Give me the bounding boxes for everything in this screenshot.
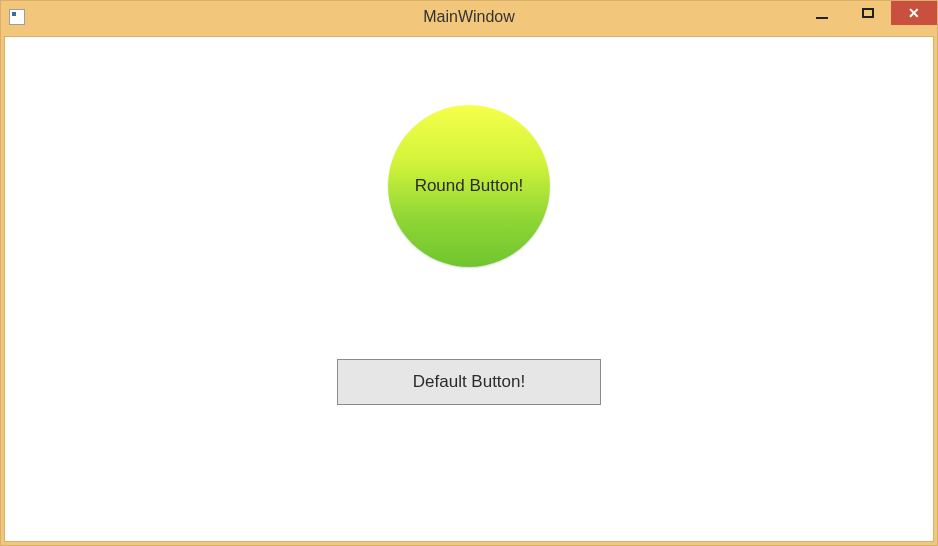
close-button[interactable]: ✕ (891, 1, 937, 25)
maximize-icon (862, 8, 874, 18)
default-button-label: Default Button! (413, 372, 525, 392)
window-title: MainWindow (423, 8, 515, 26)
round-button-label: Round Button! (415, 176, 524, 196)
app-icon (9, 9, 25, 25)
window-controls: ✕ (799, 1, 937, 33)
default-button[interactable]: Default Button! (337, 359, 601, 405)
app-window: MainWindow ✕ Round Button! Default Butto… (0, 0, 938, 546)
minimize-icon (816, 17, 828, 19)
titlebar[interactable]: MainWindow ✕ (1, 1, 937, 33)
client-area: Round Button! Default Button! (4, 36, 934, 542)
round-button[interactable]: Round Button! (388, 105, 550, 267)
close-icon: ✕ (908, 6, 920, 20)
maximize-button[interactable] (845, 1, 891, 25)
minimize-button[interactable] (799, 1, 845, 25)
